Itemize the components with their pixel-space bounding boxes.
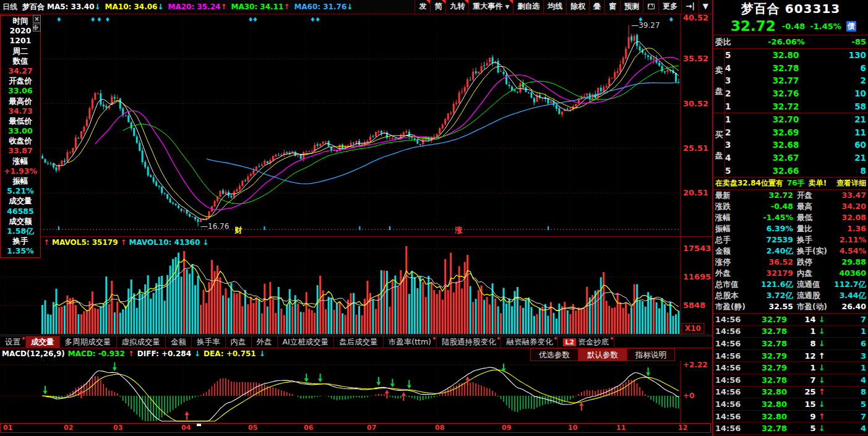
ask-row[interactable]: 132.7258 [725, 101, 868, 111]
candle[interactable] [247, 176, 249, 181]
candle[interactable] [77, 138, 79, 139]
candle[interactable] [172, 203, 174, 204]
candle[interactable] [608, 79, 610, 85]
candle[interactable] [600, 88, 602, 92]
toolbar-button-删自选[interactable]: 删自选 [513, 0, 543, 14]
candle[interactable] [222, 190, 224, 194]
tab-换手率[interactable]: 换手率 [192, 336, 226, 348]
candle[interactable] [258, 166, 260, 167]
candle[interactable] [591, 95, 593, 99]
candle[interactable] [586, 93, 588, 95]
candle[interactable] [377, 131, 379, 132]
candle[interactable] [422, 140, 424, 144]
candle[interactable] [252, 169, 254, 174]
buy-signal-arrow-icon[interactable] [581, 406, 582, 411]
candle[interactable] [264, 161, 265, 164]
candle[interactable] [116, 98, 118, 98]
sell-signal-arrow-icon[interactable] [113, 367, 117, 371]
candle[interactable] [189, 214, 191, 216]
candle[interactable] [464, 87, 466, 92]
candle[interactable] [175, 204, 177, 205]
candle[interactable] [453, 104, 455, 113]
candle[interactable] [436, 134, 438, 137]
candle[interactable] [509, 85, 510, 86]
candle[interactable] [97, 93, 99, 94]
candle[interactable] [66, 152, 68, 161]
ask-row[interactable]: 432.786 [725, 63, 868, 73]
candle[interactable] [530, 92, 532, 98]
candle[interactable] [517, 92, 518, 92]
event-diamond-icon[interactable]: ♦ [56, 16, 62, 23]
toolbar-button-更多[interactable]: 更多 [658, 0, 681, 14]
sell-signal-arrow-icon[interactable] [378, 377, 379, 382]
candle[interactable] [625, 49, 627, 59]
candle[interactable] [161, 187, 163, 193]
buy-signal-arrow-icon[interactable] [467, 380, 468, 385]
macd-chart[interactable]: +2.22+0 [0, 361, 712, 422]
tab-设置[interactable]: 设置 [0, 336, 26, 348]
candle[interactable] [664, 71, 666, 72]
tab-融资融券变化[interactable]: 融资融券变化 [501, 336, 558, 348]
buy-signal-arrow-icon[interactable] [386, 393, 387, 398]
candle[interactable] [213, 201, 215, 207]
candle[interactable] [181, 208, 183, 211]
buy-signal-arrow-icon[interactable] [80, 393, 82, 398]
candle[interactable] [630, 36, 632, 41]
sell-signal-arrow-icon[interactable] [318, 378, 322, 382]
event-diamond-icon[interactable]: ♦ [90, 16, 96, 23]
candle[interactable] [55, 168, 57, 171]
candle[interactable] [478, 72, 479, 74]
event-diamond-icon[interactable]: ♦ [315, 16, 320, 23]
candle[interactable] [244, 181, 246, 181]
candle[interactable] [49, 163, 51, 164]
candle[interactable] [170, 199, 171, 203]
candle[interactable] [100, 93, 101, 105]
buy-signal-arrow-icon[interactable] [385, 390, 389, 393]
candle[interactable] [72, 148, 74, 153]
toolbar-button-九转[interactable]: 九转 [445, 0, 468, 14]
bond-badge[interactable]: 债 [846, 21, 856, 32]
candle[interactable] [192, 216, 194, 217]
sell-signal-arrow-icon[interactable] [646, 372, 650, 376]
candle[interactable] [303, 152, 304, 159]
candle[interactable] [317, 144, 319, 145]
candle[interactable] [94, 93, 96, 100]
candle[interactable] [575, 104, 577, 106]
tab-资金抄底[interactable]: L2资金抄底 [558, 336, 614, 348]
tab-盘后成交量[interactable]: 盘后成交量 [334, 336, 384, 348]
event-text-marker[interactable]: 财 [234, 226, 242, 234]
candle[interactable] [164, 193, 166, 194]
buy-signal-arrow-icon[interactable] [403, 396, 404, 401]
gear-icon[interactable] [33, 24, 41, 32]
candle[interactable] [550, 101, 552, 103]
sell-signal-arrow-icon[interactable] [648, 367, 649, 372]
toolbar-button-发[interactable]: 发 [415, 0, 430, 14]
buy-signal-arrow-icon[interactable] [402, 392, 406, 396]
candle[interactable] [486, 63, 488, 66]
candle[interactable] [380, 131, 382, 134]
candle[interactable] [155, 181, 157, 186]
candle[interactable] [611, 78, 613, 79]
candle[interactable] [492, 58, 494, 63]
candle[interactable] [200, 220, 202, 222]
candle[interactable] [403, 132, 405, 135]
tab-市盈率(ttm)[interactable]: 市盈率(ttm) [384, 336, 437, 348]
bid-row[interactable]: 532.668 [725, 166, 868, 176]
candle[interactable] [250, 174, 252, 176]
candle[interactable] [650, 56, 652, 59]
candle[interactable] [366, 141, 368, 142]
candle[interactable] [47, 163, 49, 164]
candle[interactable] [458, 92, 460, 103]
toolbar-button-均线[interactable]: 均线 [543, 0, 566, 14]
candle[interactable] [561, 112, 563, 115]
candle[interactable] [658, 63, 660, 66]
candle[interactable] [119, 98, 121, 108]
candle[interactable] [569, 109, 571, 109]
candle[interactable] [455, 103, 457, 104]
candle[interactable] [475, 71, 477, 73]
candle[interactable] [444, 119, 446, 124]
tab-陆股通持股变化[interactable]: 陆股通持股变化 [437, 336, 502, 348]
candle[interactable] [533, 98, 535, 103]
candle[interactable] [44, 159, 46, 163]
candle[interactable] [225, 192, 226, 194]
